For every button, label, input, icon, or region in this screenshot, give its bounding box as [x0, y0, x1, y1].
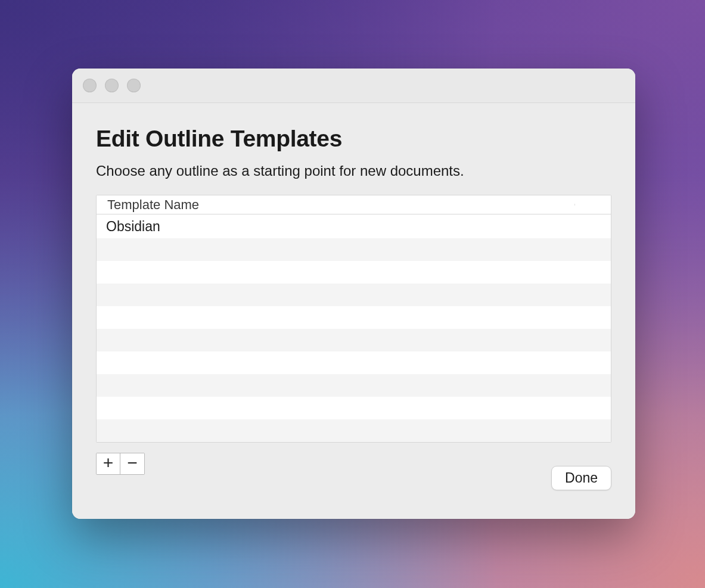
template-name-cell: Obsidian: [106, 219, 160, 235]
column-divider: [574, 204, 575, 206]
zoom-window-button[interactable]: [127, 79, 141, 92]
table-row-empty[interactable]: [97, 397, 611, 419]
titlebar: [72, 69, 635, 103]
table-row-empty[interactable]: [97, 374, 611, 397]
table-row-empty[interactable]: [97, 329, 611, 351]
table-header[interactable]: Template Name: [97, 195, 611, 214]
dialog-footer: Done: [96, 453, 611, 490]
table-row-empty[interactable]: [97, 306, 611, 329]
dialog-content: Edit Outline Templates Choose any outlin…: [72, 103, 635, 519]
done-button[interactable]: Done: [551, 466, 611, 490]
dialog-title: Edit Outline Templates: [96, 126, 611, 152]
table-row-empty[interactable]: [97, 351, 611, 374]
remove-template-button[interactable]: [120, 453, 144, 474]
templates-table: Template Name Obsidian: [96, 195, 611, 443]
table-row-empty[interactable]: [97, 284, 611, 306]
add-template-button[interactable]: [97, 453, 120, 474]
minimize-window-button[interactable]: [105, 79, 119, 92]
table-row-empty[interactable]: [97, 261, 611, 284]
plus-icon: [103, 457, 114, 471]
minus-icon: [127, 457, 138, 471]
add-remove-button-group: [96, 453, 145, 475]
table-row-empty[interactable]: [97, 238, 611, 261]
dialog-subtitle: Choose any outline as a starting point f…: [96, 163, 611, 179]
table-row-empty[interactable]: [97, 419, 611, 442]
column-header-template-name: Template Name: [107, 197, 199, 213]
table-body: Obsidian: [97, 214, 611, 442]
dialog-window: Edit Outline Templates Choose any outlin…: [72, 69, 635, 519]
close-window-button[interactable]: [83, 79, 97, 92]
table-row[interactable]: Obsidian: [97, 214, 611, 238]
